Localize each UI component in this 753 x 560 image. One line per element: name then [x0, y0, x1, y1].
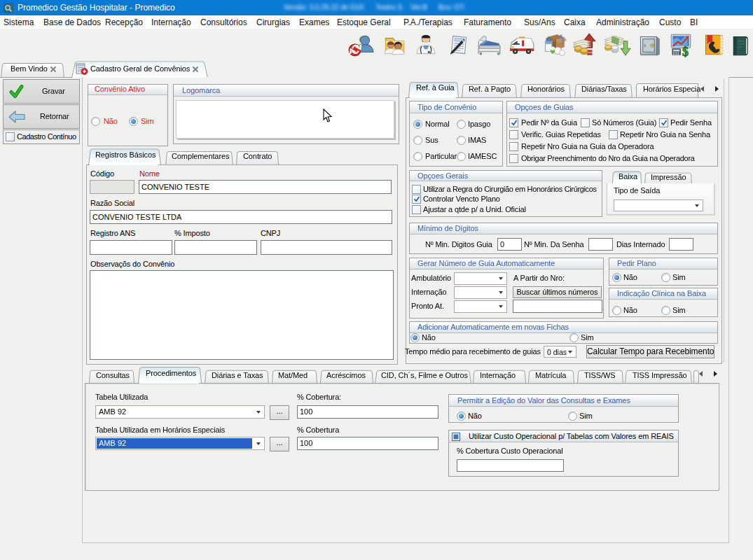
svg-text:$: $: [682, 45, 689, 59]
